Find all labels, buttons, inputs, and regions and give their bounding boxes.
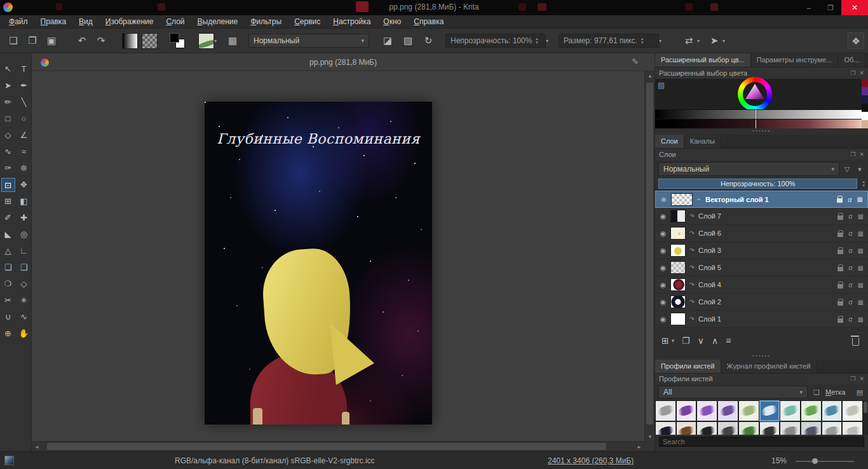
brush-preset[interactable]: [822, 421, 843, 435]
mirror-v-dropdown-icon[interactable]: ▾: [722, 38, 728, 44]
visibility-icon[interactable]: ◉: [658, 298, 668, 306]
hscroll-track[interactable]: [42, 442, 634, 451]
tab-tool-options[interactable]: Параметры инструме...: [751, 53, 839, 67]
gradient-chooser[interactable]: [122, 33, 138, 49]
document-tab[interactable]: pp.png (281,8 МиБ) ✐: [32, 53, 654, 71]
tool-zoom-icon[interactable]: ⊕: [1, 327, 15, 341]
float-docker-icon[interactable]: ❐: [850, 376, 855, 382]
close-docker-icon[interactable]: ✕: [859, 376, 864, 382]
layer-options-icon[interactable]: ▦: [858, 264, 864, 271]
move-layer-down-icon[interactable]: ∨: [698, 336, 704, 346]
vertical-scrollbar[interactable]: ▴ ▾: [644, 71, 654, 441]
eraser-mode-icon[interactable]: ◪: [379, 32, 396, 49]
alpha-lock-icon[interactable]: α: [848, 212, 852, 220]
tool-gradient-icon[interactable]: ◧: [17, 194, 31, 208]
save-icon[interactable]: ▣: [43, 32, 60, 49]
tool-color-sampler-icon[interactable]: ✐: [1, 211, 15, 225]
tool-ellipse-icon[interactable]: ○: [17, 112, 31, 126]
visibility-icon[interactable]: ◉: [658, 229, 668, 238]
brush-preset[interactable]: [655, 421, 676, 435]
lock-icon[interactable]: [837, 215, 843, 220]
tool-freehand-select-icon[interactable]: ✂: [1, 294, 15, 308]
tool-transform-icon[interactable]: ⊡: [1, 178, 15, 192]
menu-tools[interactable]: Сервис: [288, 16, 327, 27]
swatch[interactable]: [862, 120, 868, 128]
opacity-dropdown-icon[interactable]: ▾: [546, 38, 551, 44]
add-layer-icon[interactable]: ⊞: [661, 336, 669, 346]
tool-select-shapes-icon[interactable]: ↖: [1, 62, 15, 76]
maximize-button[interactable]: ❐: [820, 0, 841, 15]
visibility-icon[interactable]: ◉: [658, 315, 668, 323]
mirror-vertical-icon[interactable]: ➤: [706, 32, 722, 49]
tool-edit-shapes-icon[interactable]: ➤: [1, 79, 15, 93]
lock-icon[interactable]: [837, 233, 843, 237]
layer-options-icon[interactable]: ▦: [858, 247, 864, 254]
alpha-lock-icon[interactable]: α: [848, 264, 852, 271]
layer-properties-icon[interactable]: ≡: [726, 336, 731, 346]
menu-image[interactable]: Изображение: [99, 16, 160, 27]
pin-icon[interactable]: ✐: [630, 58, 639, 65]
spin-down-icon[interactable]: ▾: [536, 41, 538, 44]
lock-icon[interactable]: [837, 301, 843, 306]
horizontal-scrollbar[interactable]: ◂ ▸: [32, 441, 644, 451]
tool-move-icon[interactable]: ✥: [17, 178, 31, 192]
duplicate-layer-icon[interactable]: ❐: [682, 336, 690, 346]
brush-preset[interactable]: [717, 421, 738, 435]
tool-crop-icon[interactable]: ⊞: [1, 194, 15, 208]
layer-row[interactable]: ◉ ↷ Слой 4 α ▦: [655, 276, 868, 294]
alpha-lock-icon[interactable]: α: [848, 315, 852, 323]
tab-overview[interactable]: Об...: [838, 53, 865, 67]
pattern-chooser[interactable]: [142, 33, 158, 49]
scroll-up-icon[interactable]: ▴: [645, 72, 655, 79]
canvas-viewport[interactable]: Глубинные Воспоминания: [32, 71, 644, 441]
layer-opacity-slider[interactable]: Непрозрачность: 100%: [658, 179, 857, 189]
swatch[interactable]: [862, 112, 868, 120]
tool-magnetic-select-icon[interactable]: ∪: [1, 310, 15, 324]
tool-polygon-select-icon[interactable]: ◇: [17, 277, 31, 291]
tool-rect-select-icon[interactable]: ❑: [17, 261, 31, 275]
tab-brush-history[interactable]: Журнал профилей кистей: [721, 360, 817, 373]
brush-preset[interactable]: [822, 400, 843, 421]
brush-preset[interactable]: [676, 421, 697, 435]
brush-preset[interactable]: [801, 400, 822, 421]
brush-preset[interactable]: [676, 400, 697, 421]
brush-preset[interactable]: [759, 421, 780, 435]
brush-grid-scrollbar[interactable]: [863, 400, 868, 435]
open-document-icon[interactable]: ❐: [24, 32, 41, 49]
tool-measure-icon[interactable]: ∟: [17, 244, 31, 258]
menu-window[interactable]: Окно: [377, 16, 407, 27]
color-wheel-triangle[interactable]: [745, 84, 764, 103]
brush-preset[interactable]: [696, 421, 717, 435]
preserve-alpha-icon[interactable]: ▨: [400, 32, 416, 49]
zoom-slider[interactable]: [796, 461, 854, 462]
visibility-icon[interactable]: ◉: [658, 281, 668, 289]
layer-options-icon[interactable]: ▦: [858, 282, 864, 289]
image-size-info[interactable]: 2401 x 3406 (260,3 МиБ): [548, 456, 634, 465]
layer-blend-combobox[interactable]: Нормальный ▾: [658, 162, 839, 176]
layer-row[interactable]: ◉ ↷ Слой 1 α ▦: [655, 311, 868, 328]
swatch[interactable]: [862, 95, 868, 104]
menu-edit[interactable]: Правка: [34, 16, 73, 27]
float-docker-icon[interactable]: ❐: [850, 151, 855, 158]
float-docker-icon[interactable]: ❐: [850, 70, 855, 76]
tool-assistants-icon[interactable]: △: [1, 244, 15, 258]
tool-multibrush-icon[interactable]: ❊: [17, 161, 31, 175]
lock-icon[interactable]: [837, 250, 843, 254]
brush-preset[interactable]: [780, 421, 801, 435]
menu-filter[interactable]: Фильтры: [244, 16, 288, 27]
opacity-spinbox[interactable]: Непрозрачность: 100% ▴ ▾: [445, 34, 546, 48]
tab-channels[interactable]: Каналы: [684, 135, 721, 148]
value-gradient-bar[interactable]: [655, 109, 862, 119]
visibility-icon[interactable]: ◉: [658, 264, 668, 272]
close-docker-icon[interactable]: ✕: [859, 151, 864, 158]
brush-search-input[interactable]: [659, 437, 864, 447]
artwork-canvas[interactable]: Глубинные Воспоминания: [205, 102, 432, 425]
close-button[interactable]: ✕: [841, 0, 868, 15]
layer-row[interactable]: ◉ ↷ Слой 5 α ▦: [655, 259, 868, 276]
tab-brush-presets[interactable]: Профили кистей: [655, 360, 721, 373]
workspace-chooser-icon[interactable]: ❖: [848, 32, 864, 49]
tab-advanced-color[interactable]: Расширенный выбор цв...: [655, 53, 751, 67]
foreground-background-colors[interactable]: [169, 32, 186, 49]
brush-tag-combobox[interactable]: All ▾: [658, 386, 808, 398]
layer-row[interactable]: ◉ ↷ Слой 7 α ▦: [655, 208, 868, 225]
